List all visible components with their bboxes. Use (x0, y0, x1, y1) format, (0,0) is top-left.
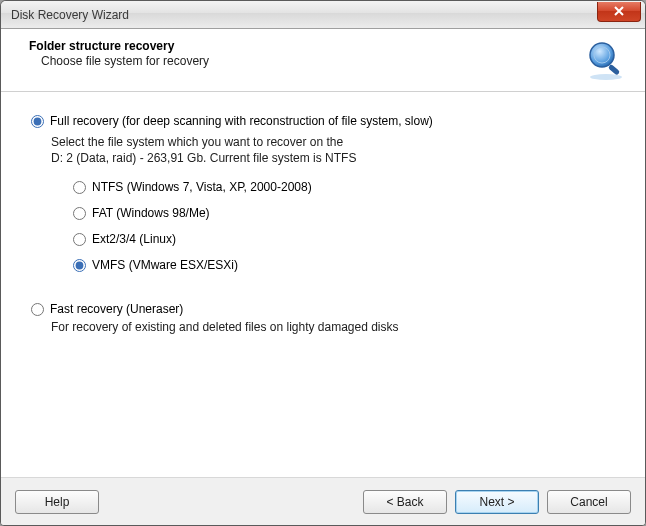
header-pane: Folder structure recovery Choose file sy… (1, 29, 645, 92)
next-button[interactable]: Next > (455, 490, 539, 514)
titlebar: Disk Recovery Wizard (1, 1, 645, 29)
fs-radio-ntfs[interactable] (73, 181, 86, 194)
fs-label-ntfs: NTFS (Windows 7, Vista, XP, 2000-2008) (92, 180, 312, 194)
help-button[interactable]: Help (15, 490, 99, 514)
fast-recovery-desc: For recovery of existing and deleted fil… (51, 320, 615, 334)
full-recovery-label: Full recovery (for deep scanning with re… (50, 114, 433, 128)
page-title: Folder structure recovery (29, 39, 577, 53)
fs-option-vmfs[interactable]: VMFS (VMware ESX/ESXi) (73, 258, 615, 272)
close-button[interactable] (597, 2, 641, 22)
full-recovery-radio[interactable] (31, 115, 44, 128)
desc-line2: D: 2 (Data, raid) - 263,91 Gb. Current f… (51, 150, 615, 166)
svg-rect-3 (608, 64, 620, 76)
fs-label-ext: Ext2/3/4 (Linux) (92, 232, 176, 246)
close-icon (614, 6, 624, 16)
cancel-button[interactable]: Cancel (547, 490, 631, 514)
back-button[interactable]: < Back (363, 490, 447, 514)
full-recovery-option[interactable]: Full recovery (for deep scanning with re… (31, 114, 615, 128)
fs-option-fat[interactable]: FAT (Windows 98/Me) (73, 206, 615, 220)
svg-point-0 (590, 74, 622, 80)
fs-option-ntfs[interactable]: NTFS (Windows 7, Vista, XP, 2000-2008) (73, 180, 615, 194)
footer: Help < Back Next > Cancel (1, 477, 645, 525)
header-text: Folder structure recovery Choose file sy… (29, 39, 577, 68)
filesystem-options: NTFS (Windows 7, Vista, XP, 2000-2008) F… (73, 180, 615, 272)
fs-option-ext[interactable]: Ext2/3/4 (Linux) (73, 232, 615, 246)
content-area: Full recovery (for deep scanning with re… (1, 92, 645, 477)
fs-radio-ext[interactable] (73, 233, 86, 246)
fs-radio-vmfs[interactable] (73, 259, 86, 272)
fs-label-vmfs: VMFS (VMware ESX/ESXi) (92, 258, 238, 272)
wizard-window: Disk Recovery Wizard Folder structure re… (0, 0, 646, 526)
page-subtitle: Choose file system for recovery (29, 54, 577, 68)
fast-recovery-option[interactable]: Fast recovery (Uneraser) (31, 302, 615, 316)
window-title: Disk Recovery Wizard (11, 8, 597, 22)
magnifier-icon (585, 39, 627, 81)
fs-radio-fat[interactable] (73, 207, 86, 220)
fs-label-fat: FAT (Windows 98/Me) (92, 206, 210, 220)
fast-recovery-label: Fast recovery (Uneraser) (50, 302, 183, 316)
fast-recovery-radio[interactable] (31, 303, 44, 316)
fast-recovery-block: Fast recovery (Uneraser) For recovery of… (31, 302, 615, 334)
full-recovery-desc: Select the file system which you want to… (51, 134, 615, 166)
desc-line1: Select the file system which you want to… (51, 134, 615, 150)
